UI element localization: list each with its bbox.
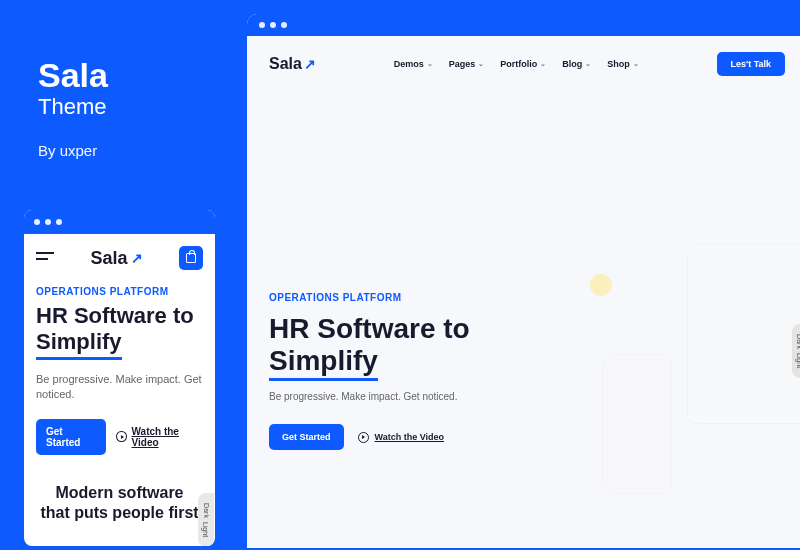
watch-video-link[interactable]: Watch the Video xyxy=(358,432,445,443)
window-dot-icon xyxy=(56,219,62,225)
window-dot-icon xyxy=(34,219,40,225)
chevron-down-icon: ⌄ xyxy=(540,60,546,68)
chevron-down-icon: ⌄ xyxy=(585,60,591,68)
window-dot-icon xyxy=(281,22,287,28)
window-controls xyxy=(24,210,215,234)
desktop-preview: Sala↗ Demos⌄ Pages⌄ Portfolio⌄ Blog⌄ Sho… xyxy=(247,14,800,548)
hero-heading: HR Software to Simplify xyxy=(269,313,785,381)
dark-option[interactable]: Dark xyxy=(790,334,800,349)
play-icon xyxy=(116,431,126,442)
window-dot-icon xyxy=(45,219,51,225)
hero-section: OPERATIONS PLATFORM HR Software to Simpl… xyxy=(247,92,800,450)
theme-info: Sala Theme By uxper xyxy=(38,58,108,159)
section-heading: Modern software that puts people first xyxy=(36,483,203,523)
mobile-preview: Sala↗ OPERATIONS PLATFORM HR Software to… xyxy=(22,208,217,548)
underlined-word: Simplify xyxy=(36,329,122,359)
theme-subtitle: Theme xyxy=(38,94,108,120)
get-started-button[interactable]: Get Started xyxy=(36,419,106,455)
nav-portfolio[interactable]: Portfolio⌄ xyxy=(500,59,546,69)
shopping-bag-button[interactable] xyxy=(179,246,203,270)
hero-tagline: Be progressive. Make impact. Get noticed… xyxy=(36,372,203,403)
hero-tagline: Be progressive. Make impact. Get noticed… xyxy=(269,391,785,402)
menu-icon[interactable] xyxy=(36,252,54,264)
logo[interactable]: Sala↗ xyxy=(90,248,142,269)
underlined-word: Simplify xyxy=(269,345,378,381)
chevron-down-icon: ⌄ xyxy=(427,60,433,68)
window-dot-icon xyxy=(259,22,265,28)
nav-menu: Demos⌄ Pages⌄ Portfolio⌄ Blog⌄ Shop⌄ xyxy=(394,59,639,69)
light-option[interactable]: Light xyxy=(197,522,216,537)
window-dot-icon xyxy=(270,22,276,28)
theme-title: Sala xyxy=(38,58,108,92)
dark-option[interactable]: Dark xyxy=(197,503,216,518)
mobile-header: Sala↗ xyxy=(24,234,215,280)
nav-pages[interactable]: Pages⌄ xyxy=(449,59,485,69)
bag-icon xyxy=(186,253,196,263)
chevron-down-icon: ⌄ xyxy=(633,60,639,68)
nav-blog[interactable]: Blog⌄ xyxy=(562,59,591,69)
watch-video-link[interactable]: Watch the Video xyxy=(116,426,203,448)
lets-talk-button[interactable]: Les't Talk xyxy=(717,52,786,76)
navbar: Sala↗ Demos⌄ Pages⌄ Portfolio⌄ Blog⌄ Sho… xyxy=(247,36,800,92)
get-started-button[interactable]: Get Started xyxy=(269,424,344,450)
hero-heading: HR Software to Simplify xyxy=(36,303,203,360)
eyebrow: OPERATIONS PLATFORM xyxy=(36,286,203,297)
light-option[interactable]: Light xyxy=(790,353,800,368)
theme-toggle[interactable]: Dark Light xyxy=(792,324,800,378)
nav-demos[interactable]: Demos⌄ xyxy=(394,59,433,69)
window-controls xyxy=(247,14,800,36)
theme-author: By uxper xyxy=(38,142,108,159)
play-icon xyxy=(358,432,369,443)
arrow-icon: ↗ xyxy=(131,250,143,266)
logo[interactable]: Sala↗ xyxy=(269,55,316,73)
arrow-icon: ↗ xyxy=(304,56,316,72)
nav-shop[interactable]: Shop⌄ xyxy=(607,59,639,69)
chevron-down-icon: ⌄ xyxy=(478,60,484,68)
theme-toggle[interactable]: Dark Light xyxy=(198,493,214,547)
eyebrow: OPERATIONS PLATFORM xyxy=(269,292,785,303)
